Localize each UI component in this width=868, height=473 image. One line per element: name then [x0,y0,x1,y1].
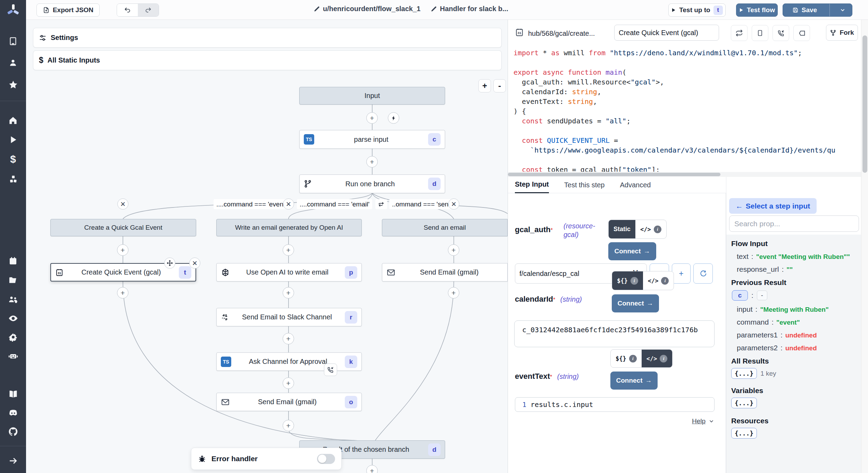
branch-header[interactable]: Create a Quick Gcal Event [50,219,196,236]
runs-play-icon[interactable] [0,132,26,147]
box-icon-button[interactable] [752,25,768,41]
toggle-javascript[interactable]: </>i [642,350,673,367]
add-step-button[interactable]: + [283,420,294,431]
toggle-static[interactable]: Static [609,220,635,238]
step-node-slack-channel[interactable]: Send Email to Slack Channel r [216,308,362,326]
tab-test-this-step[interactable]: Test this step [564,181,605,193]
branch-header[interactable]: Send an email [382,219,508,236]
refresh-resource-button[interactable] [693,263,713,284]
groups-users-icon[interactable] [0,292,26,307]
prop-row-input[interactable]: input:"Meeting with Ruben" [731,305,857,313]
add-step-button[interactable]: + [283,287,294,299]
prop-row-parameters1[interactable]: parameters1:undefined [731,331,857,339]
export-json-button[interactable]: Export JSON [36,3,100,17]
trigger-lightning-button[interactable] [388,112,399,124]
home-icon[interactable] [0,113,26,128]
prop-row-response_url[interactable]: response_url:"" [731,265,857,274]
step-node-ask-approval[interactable]: TS Ask Channel for Approval k [216,352,362,371]
save-dropdown-button[interactable] [833,4,852,16]
test-flow-button[interactable]: Test flow [736,3,778,17]
move-step-handle[interactable] [164,258,175,269]
branch-header[interactable]: Write an email generated by Open AI [216,219,362,236]
sleep-flag-icon-button[interactable] [793,25,810,41]
github-icon[interactable] [0,424,26,439]
delete-branch-button[interactable]: ✕ [448,198,459,210]
test-up-to-button[interactable]: Test up to t [668,3,726,17]
suspend-phone-incoming-icon[interactable] [324,364,337,376]
select-step-input-button[interactable]: ← Select a step input [729,198,817,214]
discord-icon[interactable] [0,405,26,421]
eventtext-expr-editor[interactable]: 1 results.c.input [515,397,715,412]
add-step-button[interactable]: + [283,333,294,344]
undo-button[interactable] [117,4,138,16]
suspend-phone-icon-button[interactable] [773,25,789,41]
toggle-template[interactable]: ${}i [612,271,643,290]
step-node-run-one-branch[interactable]: Run one branch d [299,174,445,193]
step-node-parse-input[interactable]: TS parse input c [299,130,445,149]
toggle-javascript[interactable]: </>i [635,220,666,238]
object-badge[interactable]: {...} [731,398,757,408]
step-id-chip[interactable]: c [732,290,748,301]
calendarid-value-editor[interactable]: c_0312442e881ae6fcf1dec23f54916a389f1c17… [514,320,715,347]
page-scrollbar[interactable] [861,20,868,473]
star-icon[interactable] [0,77,26,92]
object-badge[interactable]: {...} [731,368,757,379]
help-link[interactable]: Help [692,417,706,425]
add-step-button[interactable]: + [283,244,294,256]
workspace-building-icon[interactable] [0,33,26,49]
flow-path-breadcrumb[interactable]: u/henricourdent/flow_slack_1 [314,5,420,13]
code-editor[interactable]: import * as wmill from "https://deno.lan… [508,45,861,172]
error-handler-toggle[interactable] [317,454,335,464]
save-button[interactable]: Save [783,4,826,16]
fork-button[interactable]: Fork [826,25,858,41]
tab-step-input[interactable]: Step Input [515,180,549,193]
prop-row-parameters2[interactable]: parameters2:undefined [731,344,857,352]
gcal-auth-connect-button[interactable]: Connect→ [608,242,656,260]
swap-branches-icon[interactable] [375,199,387,209]
add-step-button[interactable]: + [448,244,459,256]
resources-cubes-icon[interactable] [0,172,26,187]
object-badge[interactable]: {...} [731,428,757,439]
robot-icon[interactable] [0,348,26,364]
flow-summary-breadcrumb[interactable]: Handler for slack b... [431,5,508,13]
reload-script-icon-button[interactable] [731,25,748,41]
redo-button[interactable] [138,4,159,16]
toggle-javascript[interactable]: </>i [643,271,674,290]
add-step-button[interactable]: + [117,244,128,256]
branch-condition-label[interactable]: ..ommand === 'send' [389,199,456,209]
add-step-button[interactable]: + [366,112,378,124]
toggle-template[interactable]: ${}i [611,350,642,367]
branch-condition-label[interactable]: ....command === 'event' [214,199,289,209]
collapse-button[interactable]: - [757,291,767,300]
windmill-logo[interactable] [0,2,26,19]
flow-input-node[interactable]: Input [299,87,445,105]
prop-row-command[interactable]: command:"event" [731,318,857,326]
scrollbar-thumb[interactable] [862,35,867,173]
delete-step-button[interactable]: ✕ [189,258,200,269]
prop-search-input[interactable] [729,215,859,232]
step-name-input[interactable] [614,25,719,41]
tab-advanced[interactable]: Advanced [620,181,651,193]
flow-canvas[interactable]: Settings $ All Static Inputs + - Input +… [26,20,508,473]
add-step-button[interactable]: + [117,287,128,299]
hub-script-path[interactable]: hub/568/gcal/create... [528,30,595,38]
branch-condition-label[interactable]: ....command === 'email' [297,199,372,209]
schedules-calendar-icon[interactable] [0,253,26,268]
add-step-button[interactable]: + [448,287,459,299]
chevron-down-icon[interactable] [708,418,715,424]
code-horizontal-scrollbar[interactable] [508,172,861,177]
eye-icon[interactable] [0,311,26,326]
step-node-send-email-gmail[interactable]: Send Email (gmail) [382,263,508,282]
step-node-openai-email[interactable]: Use Open AI to write email p [216,263,362,282]
calendarid-connect-button[interactable]: Connect→ [612,294,659,312]
folders-icon[interactable] [0,272,26,288]
add-step-button[interactable]: + [366,156,378,168]
delete-branch-button[interactable]: ✕ [283,198,294,210]
add-step-button[interactable]: + [283,377,294,389]
step-node-send-email-gmail-2[interactable]: Send Email (gmail) o [216,393,362,411]
delete-branch-button[interactable]: ✕ [117,198,128,210]
add-resource-button[interactable]: + [672,263,691,284]
user-icon[interactable] [0,55,26,70]
gear-icon[interactable] [0,329,26,345]
variables-dollar-icon[interactable]: $ [0,152,26,167]
